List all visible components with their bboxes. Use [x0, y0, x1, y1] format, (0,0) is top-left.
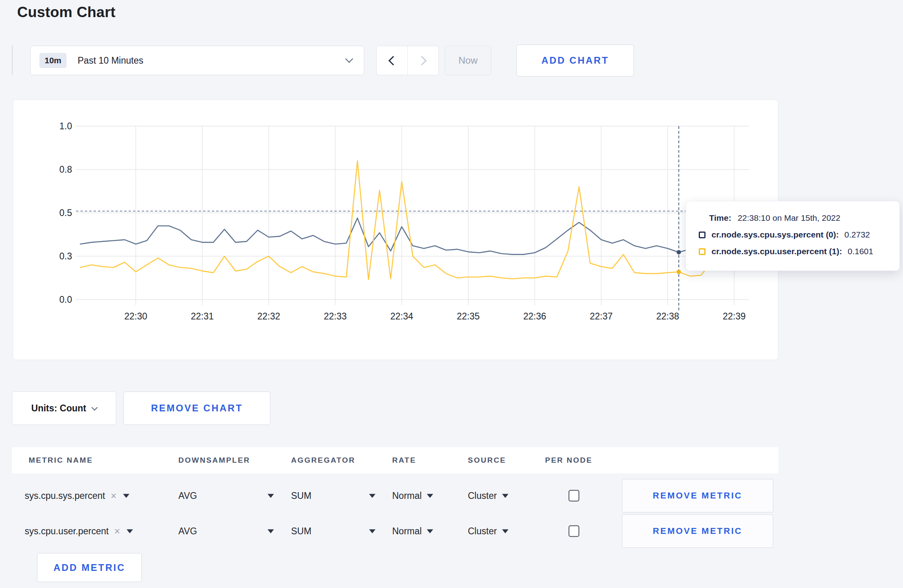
header-aggregator: AGGREGATOR: [291, 456, 356, 465]
svg-text:22:30: 22:30: [124, 311, 147, 321]
aggregator-select[interactable]: SUM: [291, 491, 375, 501]
svg-text:22:38: 22:38: [656, 311, 679, 321]
remove-chart-button[interactable]: REMOVE CHART: [123, 391, 270, 425]
svg-text:22:32: 22:32: [257, 311, 280, 321]
tooltip-time-row: Time:22:38:10 on Mar 15th, 2022: [709, 213, 899, 223]
dropdown-caret-icon: [427, 494, 433, 498]
rate-value: Normal: [392, 491, 422, 501]
svg-text:0.0: 0.0: [59, 294, 72, 305]
time-nav-group: [376, 46, 439, 75]
downsampler-select[interactable]: AVG: [178, 491, 274, 501]
time-window-dropdown[interactable]: 10m Past 10 Minutes: [30, 46, 364, 75]
dropdown-caret-icon: [127, 529, 133, 533]
per-node-checkbox[interactable]: [569, 490, 579, 502]
chart-card: 0.00.30.50.81.022:3022:3122:3222:3322:34…: [13, 99, 778, 360]
metric-name-value: sys.cpu.sys.percent: [25, 491, 105, 501]
tooltip-time-label: Time:: [709, 213, 731, 222]
tooltip-time-value: 22:38:10 on Mar 15th, 2022: [738, 213, 840, 222]
add-metric-button[interactable]: ADD METRIC: [37, 553, 142, 582]
chart-tooltip: Time:22:38:10 on Mar 15th, 2022 cr.node.…: [686, 201, 900, 271]
source-select[interactable]: Cluster: [468, 526, 508, 537]
tooltip-series-label: cr.node.sys.cpu.sys.percent (0):: [711, 230, 839, 239]
toolbar-divider: [12, 46, 13, 75]
downsampler-select[interactable]: AVG: [178, 526, 274, 537]
source-value: Cluster: [468, 526, 497, 537]
svg-text:22:39: 22:39: [723, 311, 746, 321]
dropdown-caret-icon: [123, 494, 129, 498]
tooltip-series-row: cr.node.sys.cpu.sys.percent (0): 0.2732: [699, 230, 899, 239]
dropdown-caret-icon: [268, 529, 274, 533]
dropdown-caret-icon: [427, 529, 433, 533]
source-value: Cluster: [468, 491, 497, 501]
tooltip-series-value: 0.2732: [844, 230, 870, 239]
time-window-badge: 10m: [39, 53, 66, 68]
metric-name-value: sys.cpu.user.percent: [25, 526, 109, 537]
dropdown-caret-icon: [369, 529, 375, 533]
svg-text:22:34: 22:34: [390, 311, 413, 321]
svg-text:22:36: 22:36: [523, 311, 546, 321]
dropdown-caret-icon: [502, 494, 508, 498]
svg-text:0.8: 0.8: [59, 164, 72, 175]
svg-text:0.3: 0.3: [59, 251, 72, 261]
dropdown-caret-icon: [369, 494, 375, 498]
remove-metric-button[interactable]: REMOVE METRIC: [622, 479, 773, 512]
series-swatch-icon: [699, 248, 706, 255]
rate-select[interactable]: Normal: [392, 491, 433, 501]
tooltip-series-row: cr.node.sys.cpu.user.percent (1): 0.1601: [699, 247, 899, 256]
aggregator-select[interactable]: SUM: [291, 526, 375, 537]
metric-name-select[interactable]: sys.cpu.user.percent ×: [25, 526, 133, 537]
aggregator-value: SUM: [291, 491, 311, 501]
units-label: Units: Count: [31, 403, 86, 414]
rate-value: Normal: [392, 526, 422, 537]
svg-text:22:37: 22:37: [590, 311, 613, 321]
add-chart-button[interactable]: ADD CHART: [516, 45, 634, 76]
rate-select[interactable]: Normal: [392, 526, 433, 537]
clear-metric-icon[interactable]: ×: [114, 526, 120, 537]
remove-metric-button[interactable]: REMOVE METRIC: [622, 514, 773, 548]
metric-name-select[interactable]: sys.cpu.sys.percent ×: [25, 490, 129, 502]
now-button[interactable]: Now: [445, 46, 491, 75]
units-dropdown[interactable]: Units: Count: [12, 391, 116, 425]
time-prev-button[interactable]: [377, 46, 407, 75]
aggregator-value: SUM: [291, 526, 311, 537]
header-rate: RATE: [392, 456, 416, 465]
svg-text:22:31: 22:31: [191, 311, 214, 321]
chevron-down-icon: [345, 55, 353, 63]
tooltip-series-label: cr.node.sys.cpu.user.percent (1):: [711, 247, 842, 256]
svg-text:22:35: 22:35: [457, 311, 480, 321]
chart-plot[interactable]: 0.00.30.50.81.022:3022:3122:3222:3322:34…: [13, 100, 779, 360]
clear-metric-icon[interactable]: ×: [111, 490, 117, 502]
page-title: Custom Chart: [17, 4, 115, 21]
table-row: sys.cpu.sys.percent × AVG SUM Normal Clu…: [12, 479, 778, 513]
dropdown-caret-icon: [268, 494, 274, 498]
time-window-label: Past 10 Minutes: [78, 55, 143, 66]
table-row: sys.cpu.user.percent × AVG SUM Normal Cl…: [12, 514, 778, 548]
downsampler-value: AVG: [178, 491, 197, 501]
series-swatch-icon: [699, 232, 706, 238]
time-next-button[interactable]: [407, 46, 438, 75]
tooltip-series-value: 0.1601: [848, 247, 873, 256]
header-downsampler: DOWNSAMPLER: [178, 456, 250, 465]
chevron-right-icon: [417, 56, 426, 65]
header-metric-name: METRIC NAME: [29, 456, 93, 465]
svg-text:1.0: 1.0: [59, 121, 72, 131]
downsampler-value: AVG: [178, 526, 197, 537]
svg-text:22:33: 22:33: [324, 311, 347, 321]
chevron-left-icon: [388, 56, 398, 65]
metrics-table-header: METRIC NAME DOWNSAMPLER AGGREGATOR RATE …: [12, 447, 778, 473]
svg-text:0.5: 0.5: [59, 208, 72, 218]
custom-chart-page: Custom Chart 10m Past 10 Minutes Now ADD…: [0, 0, 903, 588]
header-per-node: PER NODE: [545, 456, 592, 465]
dropdown-caret-icon: [502, 529, 508, 533]
source-select[interactable]: Cluster: [468, 491, 508, 501]
header-source: SOURCE: [468, 456, 506, 465]
per-node-checkbox[interactable]: [569, 526, 579, 537]
chevron-down-icon: [92, 404, 98, 411]
